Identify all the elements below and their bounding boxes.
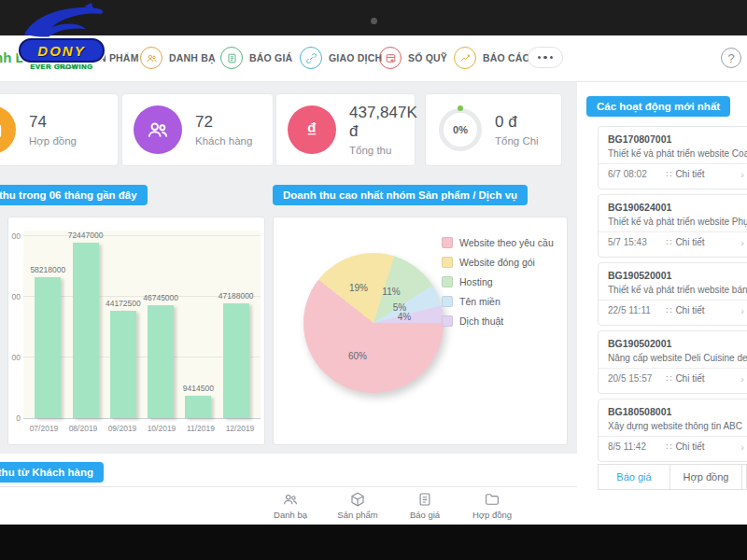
activity-desc: Nâng cấp website Deli Cuisine deli.c — [599, 349, 747, 368]
details-icon: ∷ — [666, 441, 671, 452]
x-axis-label: 09/2019 — [104, 424, 141, 433]
tab-bao-gia[interactable]: Báo giá — [598, 465, 669, 489]
product-box-icon — [56, 47, 78, 69]
activity-code: BG190520001 — [599, 263, 747, 281]
activity-time: 8/5 11:42 — [608, 441, 666, 452]
nav-item-danh-ba[interactable]: DANH BẠ — [140, 47, 216, 69]
legend-swatch — [442, 315, 453, 327]
dock-item-danh-ba[interactable]: Danh bạ — [266, 491, 315, 520]
help-button[interactable]: ? — [721, 48, 741, 68]
stat-value: 0 đ — [495, 113, 539, 132]
detail-link[interactable]: ∷Chi tiết — [666, 237, 705, 247]
stat-card-total-expense: 0% 0 đ Tổng Chi — [425, 93, 562, 166]
y-tick: 00 — [8, 292, 21, 301]
pie-chart-title-badge: Doanh thu cao nhất nhóm Sản phẩm / Dịch … — [273, 185, 528, 205]
revenue-pie-chart: 60% 19% 11% 5% 4% Website theo yêu cầu W… — [273, 217, 568, 445]
bar — [185, 396, 211, 419]
nav-item-bao-gia[interactable]: BÁO GIÁ — [220, 47, 292, 69]
dock-item-hop-dong[interactable]: Hợp đồng — [468, 491, 516, 520]
letterbox-top-bar — [0, 0, 747, 35]
dock-item-san-pham[interactable]: Sản phẩm — [333, 491, 382, 520]
briefcase-icon — [0, 105, 16, 154]
bar-10/2019: 46745000 — [148, 293, 174, 419]
bar-12/2019: 47188000 — [223, 291, 249, 418]
legend-item: Hosting — [442, 272, 554, 291]
users-icon — [134, 105, 182, 154]
tab-stub — [741, 465, 746, 489]
bar-08/2019: 72447000 — [73, 231, 99, 418]
bar — [148, 305, 174, 419]
chevron-right-icon: › — [740, 305, 744, 316]
dong-currency-icon: ₫ — [288, 105, 336, 154]
detail-link[interactable]: ∷Chi tiết — [666, 373, 705, 384]
camera-dot — [371, 18, 377, 24]
activity-time: 5/7 15:43 — [608, 237, 666, 247]
details-icon: ∷ — [666, 373, 671, 384]
bar-value-label: 47188000 — [218, 291, 254, 301]
x-axis-label: 08/2019 — [64, 424, 102, 433]
contacts-users-icon — [282, 491, 299, 508]
legend-swatch — [442, 257, 453, 268]
activity-card[interactable]: BG190520001 Thiết kế và phát triển websi… — [598, 262, 747, 326]
fund-card-icon — [379, 47, 402, 69]
letterbox-bottom-bar — [0, 525, 747, 560]
y-tick: 00 — [8, 353, 21, 362]
bar-value-label: 9414500 — [183, 384, 214, 393]
top-navbar: nh Do SẢN PHẨM DANH BẠ BÁO GIÁ GIAO DỊCH — [0, 35, 747, 82]
activity-desc: Thiết kế và phát triển website Coach — [599, 145, 747, 163]
stat-card-contracts: 74 Hợp đồng — [0, 93, 119, 166]
app-name-fragment: nh Do — [0, 49, 35, 65]
bar-chart-title-badge: thu trong 06 tháng gần đây — [0, 185, 148, 205]
detail-link[interactable]: ∷Chi tiết — [666, 441, 705, 452]
activity-desc: Thiết kế và phát triển website bán M — [599, 281, 747, 300]
bar — [73, 243, 99, 418]
legend-swatch — [442, 276, 453, 287]
nav-item-so-quy[interactable]: SỐ QUỸ — [379, 47, 447, 69]
activity-card[interactable]: BG190502001 Nâng cấp website Deli Cuisin… — [598, 330, 747, 394]
y-tick: 00 — [8, 231, 21, 241]
product-cube-icon — [349, 491, 366, 508]
nav-label: SẢN PHẨM — [85, 52, 139, 63]
bar-value-label: 58218000 — [30, 265, 65, 274]
nav-item-san-pham[interactable]: SẢN PHẨM — [56, 47, 139, 69]
stat-value: 72 — [195, 113, 252, 132]
activity-card[interactable]: BG170807001 Thiết kế và phát triển websi… — [598, 126, 747, 189]
nav-item-bao-cao[interactable]: BÁO CÁO — [454, 47, 530, 69]
activity-code: BG190502001 — [599, 331, 747, 349]
stat-card-total-income: ₫ 437,847K đ Tổng thu — [275, 93, 416, 166]
contacts-users-icon — [140, 47, 162, 69]
quote-document-icon — [416, 491, 433, 508]
stat-label: Tổng Chi — [495, 135, 539, 147]
x-axis-label: 12/2019 — [221, 424, 259, 433]
dock-item-bao-gia[interactable]: Báo giá — [401, 491, 449, 520]
chevron-right-icon: › — [740, 373, 744, 385]
legend-item: Website đóng gói — [442, 252, 554, 272]
stat-value: 437,847K đ — [349, 104, 417, 141]
nav-label: BÁO GIÁ — [249, 52, 292, 63]
bar-value-label: 72447000 — [68, 231, 104, 240]
activity-card[interactable]: BG180508001 Xây dựng website thông tin A… — [598, 399, 747, 462]
stat-value: 74 — [29, 113, 77, 132]
stat-label: Tổng thu — [349, 145, 417, 156]
revenue-bar-chart: 00 00 00 0 58218000724470004417250046745… — [7, 217, 265, 445]
detail-link[interactable]: ∷Chi tiết — [666, 169, 705, 179]
nav-label: DANH BẠ — [169, 52, 216, 63]
report-trend-icon — [454, 47, 476, 69]
legend-item: Dịch thuật — [442, 311, 554, 330]
nav-item-giao-dich[interactable]: GIAO DỊCH — [300, 47, 382, 69]
tab-hop-dong[interactable]: Hợp đồng — [669, 465, 741, 489]
nav-label: GIAO DỊCH — [329, 52, 382, 63]
x-axis-label: 10/2019 — [143, 424, 180, 433]
activity-card[interactable]: BG190624001 Thiết kế và phát triển websi… — [598, 194, 747, 258]
detail-link[interactable]: ∷Chi tiết — [666, 305, 705, 315]
sidebar-tabs: Báo giá Hợp đồng — [598, 464, 747, 490]
nav-label: BÁO CÁO — [483, 52, 530, 63]
nav-more-button[interactable] — [528, 47, 563, 68]
activity-desc: Thiết kế và phát triển website Phụ tù — [599, 213, 747, 231]
chevron-right-icon: › — [740, 169, 744, 180]
contract-folder-icon — [484, 491, 500, 508]
activity-code: BG170807001 — [599, 127, 747, 145]
bars-container: 5821800072447000441725004674500094145004… — [23, 230, 261, 418]
y-tick: 0 — [8, 413, 21, 423]
bar — [35, 277, 61, 418]
